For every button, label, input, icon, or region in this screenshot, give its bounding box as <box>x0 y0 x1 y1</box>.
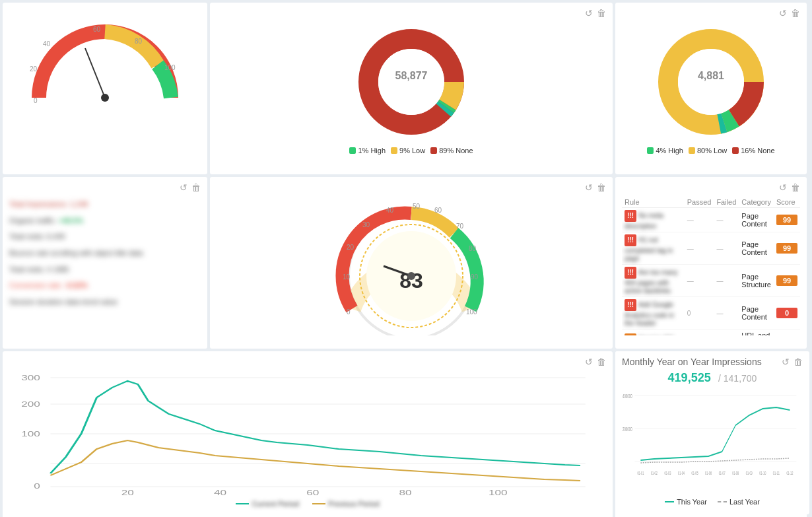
svg-text:40: 40 <box>386 207 394 214</box>
refresh-icon[interactable]: ↺ <box>779 182 787 193</box>
svg-point-25 <box>407 272 415 280</box>
svg-text:01-08: 01-08 <box>732 469 739 475</box>
svg-text:30: 30 <box>362 221 370 228</box>
svg-text:100: 100 <box>21 430 40 438</box>
widget-word-visibility: ↺ 🗑 58,877 1% High 9% Low 89% None <box>210 3 613 174</box>
svg-point-7 <box>101 94 109 102</box>
svg-text:80: 80 <box>469 245 477 252</box>
impressions-legend: This Year Last Year <box>622 498 803 506</box>
svg-text:200: 200 <box>21 400 40 408</box>
trash-icon[interactable]: 🗑 <box>191 182 201 193</box>
svg-point-12 <box>378 49 444 115</box>
widget-actions: ↺ 🗑 <box>180 182 201 193</box>
widget-audit-score: ↺ 🗑 83 <box>210 177 613 349</box>
refresh-icon[interactable]: ↺ <box>180 182 187 193</box>
trash-icon[interactable]: 🗑 <box>597 182 606 193</box>
col-passed: Passed <box>685 197 714 208</box>
svg-text:01-04: 01-04 <box>678 469 685 475</box>
svg-point-18 <box>678 49 744 115</box>
svg-text:01-03: 01-03 <box>664 469 671 475</box>
widget-monthly-impressions: Monthly Year on Year Impressions ↺ 🗑 419… <box>615 351 809 514</box>
svg-text:0: 0 <box>34 97 38 104</box>
trash-icon[interactable]: 🗑 <box>791 8 800 18</box>
refresh-icon[interactable]: ↺ <box>782 357 790 367</box>
svg-text:40: 40 <box>43 40 51 48</box>
score-badge: 0 <box>776 308 797 318</box>
svg-text:20: 20 <box>30 65 38 73</box>
col-score: Score <box>774 197 800 208</box>
audit-table-scroll[interactable]: Rule Passed Failed Category Score !!! No… <box>622 197 800 335</box>
widget-header: ↺ 🗑 <box>9 182 201 193</box>
widget-header: ↺ 🗑 <box>622 182 800 193</box>
svg-line-6 <box>85 48 105 98</box>
widget-site-summary: ↺ 🗑 Total Impressions: 1,248 Organic tra… <box>3 177 207 349</box>
widget-header: ↺ 🗑 <box>622 8 800 18</box>
error-icon: !!! <box>625 210 636 222</box>
error-icon: !!! <box>625 299 636 311</box>
widget-actions: ↺ 🗑 <box>585 182 606 193</box>
svg-text:01-07: 01-07 <box>719 469 726 475</box>
refresh-icon[interactable]: ↺ <box>585 8 593 18</box>
speedometer-gauge: 0 20 40 60 80 100 <box>9 12 201 104</box>
warn-icon: !! <box>625 333 636 335</box>
trash-icon[interactable]: 🗑 <box>791 182 800 193</box>
impressions-chart: 400000 200000 01-01 01-02 01-03 01-04 01… <box>622 389 803 495</box>
svg-text:80: 80 <box>135 38 143 45</box>
widget-header: ↺ 🗑 <box>217 8 606 18</box>
svg-text:4,881: 4,881 <box>698 70 724 81</box>
svg-text:01-12: 01-12 <box>786 469 793 475</box>
svg-text:400000: 400000 <box>623 393 632 399</box>
svg-text:01-09: 01-09 <box>746 469 753 475</box>
table-row: !!! Add Google Analytics code in the hea… <box>622 297 800 329</box>
widget-footprint: ↺ 🗑 300 200 100 0 20 40 60 80 <box>3 351 613 517</box>
svg-text:80: 80 <box>399 489 412 497</box>
word-visibility-legend: 1% High 9% Low 89% None <box>349 147 473 155</box>
svg-text:01-01: 01-01 <box>637 469 644 475</box>
score-badge: 99 <box>776 275 797 286</box>
widget-avg-page-speed: 0 20 40 60 80 100 <box>3 3 207 174</box>
score-badge: 99 <box>776 243 797 254</box>
svg-text:50: 50 <box>413 203 421 210</box>
footprint-chart: 300 200 100 0 20 40 60 80 100 Current Pe… <box>9 371 606 510</box>
word-visibility-donut: 58,877 1% High 9% Low 89% None <box>217 22 606 155</box>
audit-score-gauge: 83 0 10 20 30 40 50 60 70 80 90 100 <box>217 197 606 329</box>
table-row: !!! Are too many 404 pages with active b… <box>622 265 800 297</box>
svg-text:70: 70 <box>456 223 464 230</box>
svg-text:58,877: 58,877 <box>395 70 428 81</box>
svg-text:300: 300 <box>21 374 40 382</box>
score-badge: 99 <box>776 215 797 225</box>
svg-text:100: 100 <box>466 308 477 316</box>
impressions-title: Monthly Year on Year Impressions <box>622 357 762 367</box>
refresh-icon[interactable]: ↺ <box>779 8 787 18</box>
svg-text:01-05: 01-05 <box>692 469 698 475</box>
svg-text:01-06: 01-06 <box>705 469 712 475</box>
table-row: !!! No meta description — — Page Content… <box>622 208 800 232</box>
widget-audit-failures: ↺ 🗑 Rule Passed Failed Category Score <box>615 177 807 349</box>
widget-actions: ↺ 🗑 <box>585 357 606 367</box>
svg-text:0: 0 <box>34 482 40 490</box>
trash-icon[interactable]: 🗑 <box>597 357 606 367</box>
svg-text:40: 40 <box>214 489 226 497</box>
svg-text:20: 20 <box>121 489 134 497</box>
svg-text:60: 60 <box>434 207 442 214</box>
failed-val: — <box>714 208 739 232</box>
svg-text:01-11: 01-11 <box>773 469 780 475</box>
widget-actions: ↺ 🗑 <box>585 8 606 18</box>
refresh-icon[interactable]: ↺ <box>585 357 593 367</box>
audit-failures-table: Rule Passed Failed Category Score !!! No… <box>622 197 800 335</box>
svg-text:100: 100 <box>164 64 176 71</box>
svg-text:200000: 200000 <box>623 426 632 432</box>
svg-text:01-10: 01-10 <box>759 469 766 475</box>
error-icon: !!! <box>625 267 636 279</box>
refresh-icon[interactable]: ↺ <box>585 182 593 193</box>
svg-text:0: 0 <box>347 308 351 316</box>
svg-text:20: 20 <box>347 244 355 251</box>
trash-icon[interactable]: 🗑 <box>794 357 803 367</box>
col-rule: Rule <box>622 197 685 208</box>
page-activity-legend: 4% High 80% Low 16% None <box>647 147 774 155</box>
widget-header: Monthly Year on Year Impressions ↺ 🗑 <box>622 357 803 367</box>
widget-actions: ↺ 🗑 <box>779 8 800 18</box>
svg-text:01-02: 01-02 <box>651 469 658 475</box>
col-category: Category <box>739 197 774 208</box>
trash-icon[interactable]: 🗑 <box>597 8 606 18</box>
